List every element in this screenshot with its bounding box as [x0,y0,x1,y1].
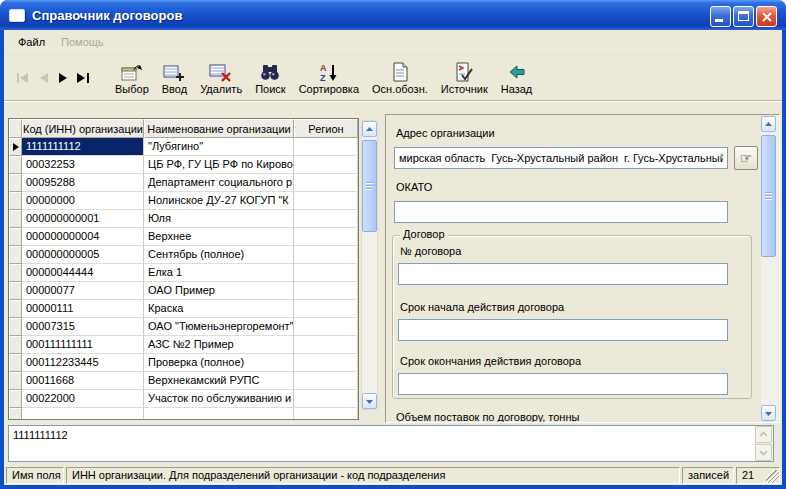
cell-code[interactable]: 1111111112 [22,138,144,156]
grid-row[interactable]: 00022000 Участок по обслуживанию и [9,390,358,408]
grid-row[interactable]: 00011668 Верхнекамский РУПС [9,372,358,390]
cell-region[interactable] [294,228,358,246]
contract-group-label: Договор [400,228,448,240]
cell-region[interactable] [294,246,358,264]
cell-name[interactable]: Проверка (полное) [144,354,294,372]
cell-region[interactable] [294,210,358,228]
cell-code[interactable]: 00000000 [22,192,144,210]
cell-name[interactable]: ОАО "Тюменьэнергоремонт" [144,318,294,336]
cell-region[interactable] [294,300,358,318]
grid-row[interactable]: 000000000004 Верхнее [9,228,358,246]
cell-code[interactable]: 00007315 [22,318,144,336]
cell-name[interactable]: Сентябрь (полное) [144,246,294,264]
cell-region[interactable] [294,138,358,156]
grid-row[interactable]: 000000000005 Сентябрь (полное) [9,246,358,264]
select-button[interactable]: Выбор [110,60,154,96]
details-scroll-up-button[interactable] [761,116,776,132]
cell-code[interactable]: 00011668 [22,372,144,390]
cell-region[interactable] [294,156,358,174]
details-scrollbar-thumb[interactable] [761,135,776,257]
record-nav-group [16,72,102,84]
cell-code[interactable]: 000111111111 [22,336,144,354]
details-scroll-down-button[interactable] [761,405,776,421]
grid-row[interactable] [9,408,358,420]
cell-code[interactable]: 00022000 [22,390,144,408]
cell-code[interactable]: 000000000004 [22,228,144,246]
grid-scrollbar[interactable] [361,120,378,410]
cell-code[interactable]: 00000044444 [22,264,144,282]
cell-region[interactable] [294,372,358,390]
cell-name[interactable]: Юля [144,210,294,228]
maximize-button[interactable] [733,6,754,27]
grid-row[interactable]: 00095288 Департамент социального р [9,174,358,192]
cell-code[interactable]: 00095288 [22,174,144,192]
cell-code[interactable]: 00000111 [22,300,144,318]
nav-last-button[interactable] [76,72,91,84]
cell-region[interactable] [294,336,358,354]
sort-button[interactable]: A Z Сортировка [294,60,364,96]
cell-region[interactable] [294,318,358,336]
cell-region[interactable] [294,264,358,282]
grid-row[interactable]: 00000111 Краска [9,300,358,318]
cell-name[interactable]: Нолинское ДУ-27 КОГУП "К [144,192,294,210]
contract-number-input[interactable] [398,263,728,285]
cell-code[interactable]: 00000077 [22,282,144,300]
main-designation-button[interactable]: Осн.обозн. [367,60,433,96]
nav-next-button[interactable] [57,72,69,84]
cell-code[interactable]: 000000000001 [22,210,144,228]
cell-name[interactable]: Краска [144,300,294,318]
minimize-button[interactable] [710,6,731,27]
toolbar-buttons: Выбор Ввод Удалить [110,60,537,96]
status-records-count: 21 [736,467,780,484]
menu-file[interactable]: Файл [10,33,53,51]
cell-region[interactable] [294,408,358,420]
grid-row[interactable]: 000111111111 АЗС №2 Пример [9,336,358,354]
grid-row[interactable]: 1111111112 "Лубягино" [9,138,358,156]
grid-row[interactable]: 000112233445 Проверка (полное) [9,354,358,372]
grid-row[interactable]: 00000044444 Елка 1 [9,264,358,282]
cell-name[interactable] [144,408,294,420]
grid-scroll-up-button[interactable] [362,121,377,137]
contract-start-input[interactable] [398,319,728,341]
source-button[interactable]: Источник [436,60,493,96]
titlebar[interactable]: Справочник договоров [0,0,786,30]
cell-region[interactable] [294,192,358,210]
cell-region[interactable] [294,282,358,300]
grid-row[interactable]: 00000077 ОАО Пример [9,282,358,300]
back-button[interactable]: Назад [496,60,538,96]
insert-button[interactable]: Ввод [157,60,192,96]
delete-button[interactable]: Удалить [195,60,247,96]
cell-region[interactable] [294,354,358,372]
cell-name[interactable]: ЦБ РФ, ГУ ЦБ РФ по Кирово [144,156,294,174]
grid-scroll-down-button[interactable] [362,393,377,409]
cell-name[interactable]: Участок по обслуживанию и [144,390,294,408]
cell-name[interactable]: Верхнекамский РУПС [144,372,294,390]
cell-region[interactable] [294,390,358,408]
cell-name[interactable]: Департамент социального р [144,174,294,192]
grid-row[interactable]: 000000000001 Юля [9,210,358,228]
close-button[interactable] [756,6,777,27]
grid-scrollbar-thumb[interactable] [362,140,377,232]
cell-name[interactable]: АЗС №2 Пример [144,336,294,354]
organizations-grid[interactable]: Код (ИНН) организации Наименование орган… [8,118,359,420]
cell-region[interactable] [294,174,358,192]
okato-input[interactable] [394,201,728,223]
grid-row[interactable]: 00032253 ЦБ РФ, ГУ ЦБ РФ по Кирово [9,156,358,174]
search-button[interactable]: Поиск [250,60,290,96]
cell-code[interactable] [22,408,144,420]
cell-code[interactable]: 00032253 [22,156,144,174]
details-scrollbar[interactable] [761,116,778,421]
address-picker-button[interactable]: ☞ [734,146,758,170]
contract-end-input[interactable] [398,373,728,395]
cell-code[interactable]: 000112233445 [22,354,144,372]
address-input[interactable] [394,147,728,169]
grid-row[interactable]: 00000000 Нолинское ДУ-27 КОГУП "К [9,192,358,210]
cell-code[interactable]: 000000000005 [22,246,144,264]
cell-name[interactable]: Елка 1 [144,264,294,282]
cell-name[interactable]: ОАО Пример [144,282,294,300]
current-value-memo[interactable]: 1111111112 [8,425,774,462]
grid-row[interactable]: 00007315 ОАО "Тюменьэнергоремонт" [9,318,358,336]
cell-name[interactable]: Верхнее [144,228,294,246]
cell-name[interactable]: "Лубягино" [144,138,294,156]
resize-grip-icon[interactable] [766,470,779,483]
